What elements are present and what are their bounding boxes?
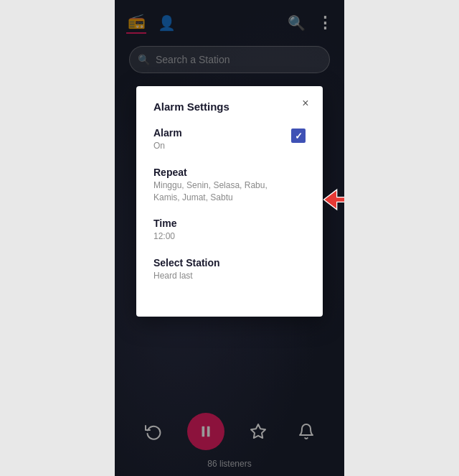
select-station-row[interactable]: Select Station Heard last	[153, 257, 306, 282]
modal-title: Alarm Settings	[153, 101, 306, 113]
alarm-checkbox[interactable]	[291, 129, 306, 143]
time-label: Time	[153, 218, 176, 229]
repeat-info: Repeat Minggu, Senin, Selasa, Rabu, Kami…	[153, 167, 283, 204]
alarm-info: Alarm On	[153, 127, 182, 152]
alarm-settings-modal: × Alarm Settings Alarm On Repeat Minggu,…	[136, 86, 323, 317]
repeat-value: Minggu, Senin, Selasa, Rabu, Kamis, Juma…	[153, 179, 283, 204]
select-station-label: Select Station	[153, 257, 220, 269]
phone-frame: 📻 👤 🔍 ⋮ 🔍 × Alarm Settings	[115, 0, 344, 476]
modal-overlay: × Alarm Settings Alarm On Repeat Minggu,…	[115, 0, 344, 476]
modal-close-button[interactable]: ×	[297, 95, 314, 112]
alarm-label: Alarm	[153, 127, 182, 139]
repeat-row[interactable]: Repeat Minggu, Senin, Selasa, Rabu, Kami…	[153, 167, 306, 204]
red-arrow-indicator	[321, 187, 344, 215]
alarm-value: On	[153, 140, 182, 152]
svg-marker-0	[323, 190, 344, 210]
time-info: Time 12:00	[153, 218, 176, 243]
repeat-label: Repeat	[153, 167, 283, 178]
select-station-value: Heard last	[153, 270, 220, 282]
alarm-row: Alarm On	[153, 127, 306, 152]
select-station-info: Select Station Heard last	[153, 257, 220, 282]
time-row[interactable]: Time 12:00	[153, 218, 306, 243]
time-value: 12:00	[153, 230, 176, 243]
